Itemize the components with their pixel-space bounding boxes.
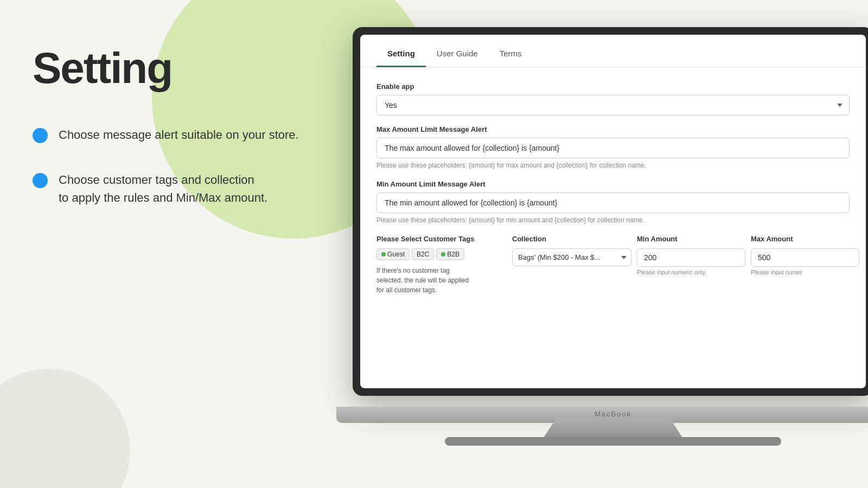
tag-label-b2b: B2B bbox=[447, 251, 459, 258]
enable-app-group: Enable app Yes No bbox=[376, 82, 850, 115]
laptop-screen-inner: Setting User Guide Terms Enable app Yes … bbox=[360, 35, 866, 388]
table-header: Please Select Customer Tags Collection M… bbox=[376, 235, 850, 243]
settings-area: Enable app Yes No Max Amount Limit Messa… bbox=[360, 67, 866, 388]
collection-select[interactable]: Bags' (Min $200 - Max $... bbox=[512, 248, 631, 266]
max-alert-group: Max Amount Limit Message Alert Please us… bbox=[376, 125, 850, 169]
col-header-tags: Please Select Customer Tags bbox=[376, 235, 507, 243]
min-alert-input[interactable] bbox=[376, 192, 850, 213]
collection-cell: Bags' (Min $200 - Max $... bbox=[512, 248, 631, 266]
app-content: Setting User Guide Terms Enable app Yes … bbox=[360, 35, 866, 388]
laptop-wrapper: Setting User Guide Terms Enable app Yes … bbox=[336, 27, 868, 466]
tag-label-guest: Guest bbox=[387, 251, 405, 258]
min-alert-label: Min Amount Limit Message Alert bbox=[376, 180, 850, 188]
col-header-min: Min Amount bbox=[637, 235, 745, 243]
tab-user-guide[interactable]: User Guide bbox=[426, 41, 489, 67]
rules-table: Please Select Customer Tags Collection M… bbox=[376, 235, 850, 295]
table-row: Guest B2C B2B bbox=[376, 248, 850, 295]
tab-setting[interactable]: Setting bbox=[376, 41, 426, 67]
tags-chips-container: Guest B2C B2B bbox=[376, 248, 507, 260]
tab-terms[interactable]: Terms bbox=[489, 41, 533, 67]
max-amount-hint: Please input numer bbox=[751, 269, 859, 275]
tab-navigation: Setting User Guide Terms bbox=[360, 35, 866, 67]
max-alert-label: Max Amount Limit Message Alert bbox=[376, 125, 850, 133]
min-amount-cell: Please input numeric only. bbox=[637, 248, 745, 275]
bullet-text-1: Choose message alert suitable on your st… bbox=[59, 126, 299, 144]
bullet-item-1: Choose message alert suitable on your st… bbox=[33, 126, 304, 144]
col-header-collection: Collection bbox=[512, 235, 631, 243]
tag-chip-guest[interactable]: Guest bbox=[376, 248, 410, 260]
bullet-dot-1 bbox=[33, 128, 48, 143]
col-header-max: Max Amount bbox=[751, 235, 859, 243]
note-line-2: selected, the rule will be applied bbox=[376, 275, 507, 285]
laptop-stand bbox=[542, 418, 684, 439]
bullet-dot-2 bbox=[33, 173, 48, 188]
max-alert-hint: Please use these placeholders: {amount} … bbox=[376, 162, 850, 169]
max-amount-input[interactable] bbox=[751, 248, 859, 267]
tags-note: If there's no customer tag selected, the… bbox=[376, 266, 507, 295]
min-alert-group: Min Amount Limit Message Alert Please us… bbox=[376, 180, 850, 224]
note-line-1: If there's no customer tag bbox=[376, 266, 507, 275]
enable-app-label: Enable app bbox=[376, 82, 850, 91]
enable-app-select[interactable]: Yes No bbox=[376, 95, 850, 115]
left-panel: Setting Choose message alert suitable on… bbox=[0, 0, 336, 488]
tag-chip-b2c[interactable]: B2C bbox=[412, 248, 434, 260]
tag-label-b2c: B2C bbox=[417, 251, 429, 258]
min-amount-input[interactable] bbox=[637, 248, 745, 267]
min-alert-hint: Please use these placeholders: {amount} … bbox=[376, 216, 850, 224]
laptop-screen: Setting User Guide Terms Enable app Yes … bbox=[353, 27, 868, 396]
max-alert-input[interactable] bbox=[376, 138, 850, 158]
laptop-brand: MacBook bbox=[336, 407, 868, 418]
tag-chip-b2b[interactable]: B2B bbox=[436, 248, 464, 260]
tag-dot-guest bbox=[381, 252, 386, 256]
bullet-text-2: Choose customer tags and collectionto ap… bbox=[59, 171, 267, 207]
max-amount-cell: Please input numer bbox=[751, 248, 859, 275]
tags-cell: Guest B2C B2B bbox=[376, 248, 507, 295]
note-line-3: for all customer tags. bbox=[376, 285, 507, 295]
min-amount-hint: Please input numeric only. bbox=[637, 269, 745, 275]
page-title: Setting bbox=[33, 43, 304, 93]
tag-dot-b2b bbox=[441, 252, 445, 256]
laptop-foot bbox=[445, 437, 781, 446]
bullet-item-2: Choose customer tags and collectionto ap… bbox=[33, 171, 304, 207]
